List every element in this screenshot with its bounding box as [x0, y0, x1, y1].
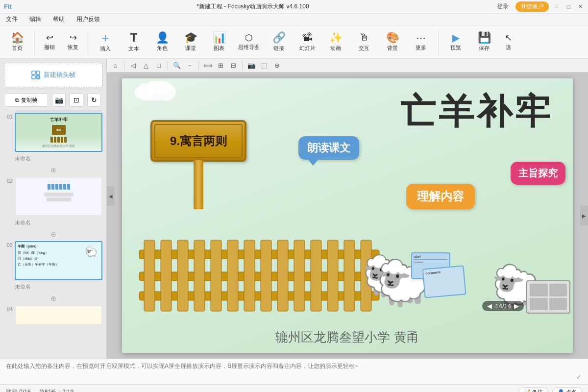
slide-background: 亡羊补牢 9.寓言两则 朗读课文 [122, 78, 573, 353]
slide-spacer-3: ⊕ [0, 294, 106, 303]
tool-chart[interactable]: 📊 图表 [206, 28, 232, 56]
slide-item-4[interactable]: 04 [0, 303, 106, 327]
close-button[interactable]: ✕ [576, 3, 584, 11]
tool-select-label: 选 [506, 44, 511, 51]
grid-cell-2 [549, 284, 567, 296]
canvas-zoomout-btn[interactable]: － [184, 60, 195, 71]
tool-undo-label: 撤销 [44, 44, 55, 51]
slide-main-title: 亡羊补牢 [400, 88, 553, 135]
link-icon: 🔗 [272, 32, 286, 43]
minimize-button[interactable]: ─ [553, 3, 561, 11]
canvas-frame-btn[interactable]: ⬚ [259, 60, 270, 71]
menu-file[interactable]: 文件 [4, 14, 20, 24]
menu-feedback[interactable]: 用户反馈 [74, 14, 102, 24]
panel-collapse-right[interactable]: ▶ [580, 206, 588, 225]
canvas-sep-3 [198, 61, 199, 70]
tool-save[interactable]: 💾 保存 [471, 28, 497, 56]
sign-pole [194, 160, 203, 209]
menu-help[interactable]: 帮助 [51, 14, 67, 24]
next-page-icon[interactable]: ▶ [514, 302, 519, 310]
canvas-slide: 亡羊补牢 9.寓言两则 朗读课文 [122, 78, 573, 353]
canvas-box-btn[interactable]: □ [153, 60, 164, 71]
undo-icon: ↩ [46, 33, 53, 42]
maximize-button[interactable]: □ [564, 3, 572, 11]
slides-list: 01 亡羊补牢 寓言 [0, 109, 106, 359]
tool-select[interactable]: ↖ 选 [499, 28, 517, 56]
canvas-home-btn[interactable]: ⌂ [110, 60, 121, 71]
upgrade-button[interactable]: 升级账户 [515, 1, 549, 12]
slide-thumb-1[interactable]: 亡羊补牢 寓言 辘州区龙腾叁望 [15, 113, 102, 152]
menu-edit[interactable]: 编辑 [27, 14, 43, 24]
toolbar-divider-3 [438, 30, 439, 54]
screenshot-button[interactable]: 📷 [52, 93, 66, 107]
svg-rect-7 [139, 250, 379, 259]
notes-button[interactable]: 📝 备注 [518, 387, 548, 392]
svg-rect-13 [194, 240, 205, 311]
tool-redo[interactable]: ↪ 恢复 [62, 28, 84, 56]
roll-call-button[interactable]: 👤 点名 [552, 387, 582, 392]
collapse-right-icon: ▶ [582, 213, 586, 219]
canvas-zoomin-btn[interactable]: 🔍 [172, 60, 182, 71]
copy-frame-button[interactable]: ⧉ 复制帧 [4, 93, 48, 107]
slide-num-3: 03 [4, 242, 13, 248]
svg-rect-8 [139, 272, 379, 281]
tool-preview-label: 预览 [450, 44, 461, 51]
tool-home[interactable]: 🏠 首页 [4, 28, 30, 56]
slide-item-3[interactable]: 03 羊圈（juān） 窟（kū）窿（long） 叼（diāo）走 亡（丢失）羊… [0, 239, 106, 282]
slide-item-1[interactable]: 01 亡羊补牢 寓言 [0, 111, 106, 154]
tool-interact-label: 交互 [359, 45, 369, 52]
svg-rect-2 [32, 75, 35, 79]
canvas-up-btn[interactable]: △ [141, 60, 151, 71]
tool-character[interactable]: 👤 角色 [149, 28, 175, 56]
main-area: 新建镜头帧 ⧉ 复制帧 📷 ⊡ ↻ 01 亡羊补牢 寓言 [0, 59, 588, 359]
tool-more-label: 更多 [416, 44, 426, 51]
tool-animation-label: 动画 [330, 45, 341, 52]
rotate-button[interactable]: ↻ [87, 93, 101, 107]
more-icon: ⋯ [416, 33, 426, 43]
tool-slideshow[interactable]: 📽 幻灯片 [294, 28, 320, 56]
slide-label-3: 未命名 [0, 282, 106, 294]
tool-interact[interactable]: 🖱 交互 [351, 28, 377, 56]
tool-mindmap[interactable]: ⬡ 思维导图 [234, 28, 264, 56]
tool-classroom[interactable]: 🎓 课堂 [177, 28, 204, 56]
panel-collapse-left[interactable]: ◀ [107, 186, 115, 206]
tool-text[interactable]: T 文本 [121, 28, 147, 56]
new-frame-button[interactable]: 新建镜头帧 [4, 63, 102, 87]
canvas-back-btn[interactable]: ◁ [128, 60, 139, 71]
slide-thumb-4[interactable] [15, 305, 102, 325]
cloud-3 [134, 87, 154, 98]
tool-insert[interactable]: ＋ 插入 [92, 28, 119, 56]
canvas-area: ⌂ ◁ △ □ 🔍 － ⟺ ⊞ ⊟ 📷 ⬚ ⊕ [107, 59, 588, 359]
canvas-main[interactable]: 亡羊补牢 9.寓言两则 朗读课文 [107, 73, 588, 359]
grid-cell-1 [530, 284, 548, 296]
canvas-minus-btn[interactable]: ⊟ [228, 60, 239, 71]
svg-rect-20 [311, 240, 321, 311]
notes-expand-button[interactable]: ⤢ [576, 373, 584, 381]
tool-home-label: 首页 [12, 45, 23, 52]
slide-item-2[interactable]: 02 [0, 175, 106, 218]
login-button[interactable]: 登录 [494, 1, 512, 12]
svg-rect-11 [161, 240, 172, 311]
tool-preview[interactable]: ▶ 预览 [442, 28, 469, 56]
interact-icon: 🖱 [359, 32, 369, 43]
tool-character-label: 角色 [157, 45, 168, 52]
tool-background[interactable]: 🎨 背景 [379, 28, 406, 56]
canvas-sep-1 [124, 61, 124, 70]
wooden-sign: 9.寓言两则 [150, 120, 248, 213]
canvas-fit-btn[interactable]: ⟺ [202, 60, 213, 71]
tool-more[interactable]: ⋯ 更多 [408, 28, 434, 56]
tool-undo[interactable]: ↩ 撤销 [39, 28, 60, 56]
tool-link[interactable]: 🔗 链接 [266, 28, 292, 56]
canvas-screenshot-btn[interactable]: 📷 [246, 60, 257, 71]
canvas-add-btn[interactable]: ⊕ [271, 60, 282, 71]
titlebar-right: 登录 升级账户 ─ □ ✕ [494, 1, 584, 12]
notes-input[interactable] [6, 362, 582, 382]
slide-thumb-3[interactable]: 羊圈（juān） 窟（kū）窿（long） 叼（diāo）走 亡（丢失）羊补牢（… [15, 241, 102, 280]
slide-thumb-2[interactable] [15, 177, 102, 216]
page-indicator: ◀ 14/14 ▶ [482, 301, 524, 311]
tool-animation[interactable]: ✨ 动画 [322, 28, 349, 56]
prev-page-icon[interactable]: ◀ [487, 302, 492, 310]
fit-button[interactable]: ⊡ [70, 93, 83, 107]
tool-save-label: 保存 [479, 45, 490, 52]
canvas-grid-btn[interactable]: ⊞ [215, 60, 226, 71]
